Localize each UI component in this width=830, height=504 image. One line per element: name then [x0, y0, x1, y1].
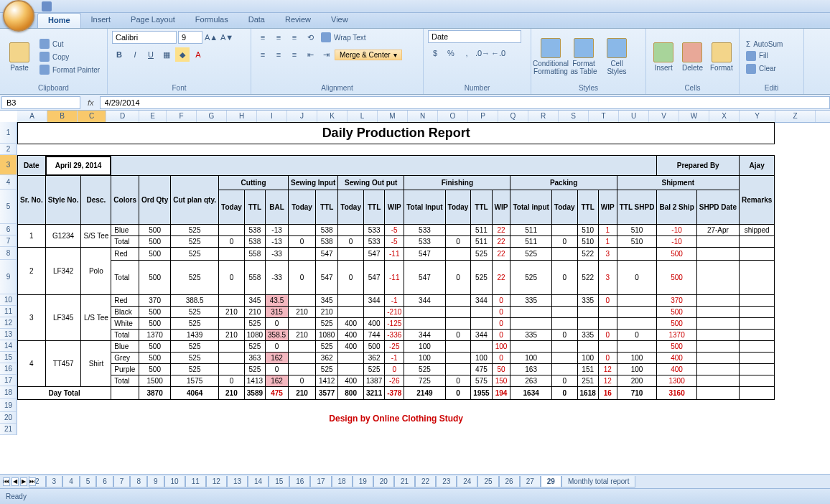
row-header[interactable]: 1	[0, 122, 17, 144]
cell[interactable]: 0	[338, 236, 364, 248]
cell[interactable]: 525	[363, 364, 384, 375]
col-header[interactable]: N	[408, 111, 438, 122]
row-header[interactable]: 21	[0, 424, 17, 435]
cell[interactable]: 0	[445, 375, 471, 387]
cell[interactable]: 22	[492, 236, 510, 248]
cell[interactable]: 500	[657, 248, 696, 261]
font-size-combo[interactable]	[178, 31, 202, 44]
indent-inc-button[interactable]: ⇥	[319, 47, 333, 62]
cell[interactable]	[551, 307, 577, 318]
cell[interactable]: Grey	[111, 353, 139, 364]
cell[interactable]	[338, 248, 364, 261]
format-button[interactable]: Format	[709, 41, 735, 73]
cell[interactable]: 1370	[657, 330, 696, 341]
cell[interactable]: 22	[492, 261, 510, 295]
sheet-tab[interactable]: 16	[289, 476, 310, 487]
cell[interactable]: 344	[404, 295, 445, 307]
cell[interactable]	[338, 295, 364, 307]
cell[interactable]: 22	[492, 225, 510, 236]
cell[interactable]: 210	[289, 330, 316, 341]
sheet-tab[interactable]: 24	[457, 476, 477, 487]
cell[interactable]	[289, 341, 316, 353]
cell[interactable]	[740, 353, 775, 364]
row-header[interactable]: 4	[0, 175, 17, 190]
col-header[interactable]: P	[468, 111, 498, 122]
cell[interactable]	[551, 364, 577, 375]
sheet-tab[interactable]: 6	[96, 476, 113, 487]
cell[interactable]: 27-Apr	[696, 225, 739, 236]
cell[interactable]: 0	[492, 353, 510, 364]
tab-nav-prev[interactable]: ◀	[11, 477, 19, 486]
format-table-button[interactable]: Format as Table	[569, 37, 599, 77]
cell[interactable]	[551, 341, 577, 353]
cell[interactable]: 344	[363, 295, 384, 307]
cell[interactable]: 0	[445, 387, 471, 400]
cell[interactable]	[740, 261, 775, 295]
cell[interactable]: Purple	[111, 364, 139, 375]
paste-button[interactable]: Paste	[4, 41, 34, 73]
cell[interactable]: 538	[244, 236, 265, 248]
cell[interactable]: 210	[219, 330, 245, 341]
cell[interactable]	[696, 318, 739, 330]
align-center-button[interactable]: ≡	[271, 47, 286, 62]
cell[interactable]	[740, 295, 775, 307]
cell[interactable]: 100	[577, 353, 598, 364]
fill-color-button[interactable]: ◆	[175, 47, 190, 62]
cell[interactable]	[363, 307, 384, 318]
cell[interactable]: 0	[289, 261, 316, 295]
cell[interactable]: 12	[598, 375, 617, 387]
cell[interactable]: 744	[363, 330, 384, 341]
cell[interactable]: 0	[492, 318, 510, 330]
sheet-tab[interactable]: 13	[227, 476, 248, 487]
col-header[interactable]: Y	[740, 111, 775, 122]
cell[interactable]	[696, 248, 739, 261]
cell[interactable]: 0	[289, 375, 316, 387]
tab-insert[interactable]: Insert	[81, 13, 121, 28]
cell[interactable]: 500	[139, 318, 171, 330]
cell[interactable]: 100	[404, 353, 445, 364]
col-header[interactable]: Z	[775, 111, 816, 122]
cell[interactable]: 100	[471, 353, 492, 364]
cell[interactable]: 525	[171, 318, 219, 330]
sheet-tab[interactable]: 4	[62, 476, 80, 487]
cell[interactable]: 1300	[657, 375, 696, 387]
cell[interactable]: 525	[171, 261, 219, 295]
col-header[interactable]: H	[227, 111, 257, 122]
cell[interactable]: 251	[577, 375, 598, 387]
cell[interactable]: 1387	[363, 375, 384, 387]
cell[interactable]	[617, 341, 657, 353]
cell[interactable]	[219, 353, 245, 364]
cell[interactable]: 344	[404, 330, 445, 341]
cell[interactable]	[696, 307, 739, 318]
cell[interactable]	[219, 248, 245, 261]
cell[interactable]: 335	[510, 295, 551, 307]
row-header[interactable]: 20	[0, 412, 17, 424]
cell[interactable]: 500	[139, 236, 171, 248]
cell[interactable]	[219, 225, 245, 236]
cell[interactable]	[740, 375, 775, 387]
cell[interactable]: Blue	[111, 341, 139, 353]
cell[interactable]: 0	[266, 341, 289, 353]
cell[interactable]: 525	[171, 225, 219, 236]
cell[interactable]: 22	[492, 248, 510, 261]
cell[interactable]	[617, 248, 657, 261]
cond-format-button[interactable]: Conditional Formatting	[536, 37, 566, 77]
cell[interactable]: 100	[492, 341, 510, 353]
cell[interactable]: shipped	[740, 225, 775, 236]
sheet-tab[interactable]: 20	[373, 476, 394, 487]
cell[interactable]	[740, 248, 775, 261]
border-button[interactable]: ▦	[159, 47, 174, 62]
cell[interactable]: 0	[551, 330, 577, 341]
cell[interactable]	[551, 318, 577, 330]
clear-button[interactable]: Clear	[744, 63, 785, 75]
cell[interactable]: 511	[510, 225, 551, 236]
col-header[interactable]: T	[589, 111, 619, 122]
cell[interactable]: 500	[139, 225, 171, 236]
cell[interactable]: 12	[598, 364, 617, 375]
cell[interactable]	[598, 318, 617, 330]
cell[interactable]	[577, 341, 598, 353]
cell[interactable]: 538	[316, 225, 338, 236]
cell[interactable]	[445, 307, 471, 318]
cell[interactable]: 1	[598, 225, 617, 236]
row-header[interactable]: 9	[0, 260, 17, 294]
